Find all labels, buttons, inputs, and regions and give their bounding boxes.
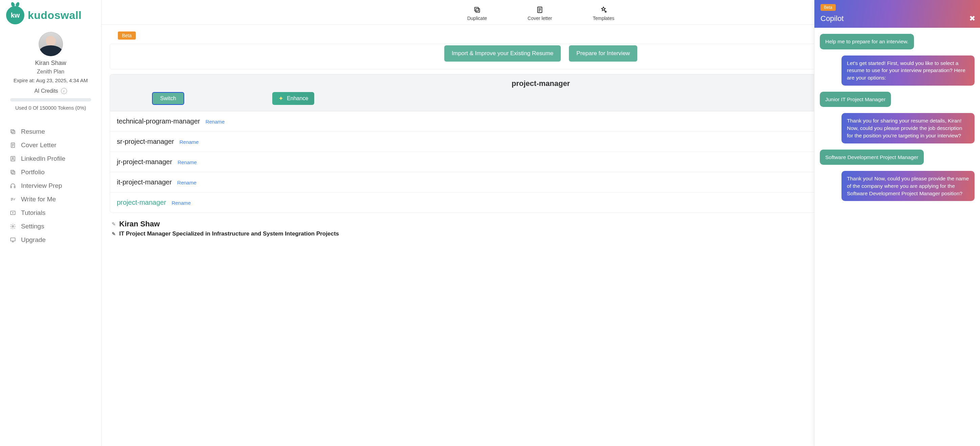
rename-link[interactable]: Rename — [177, 180, 196, 186]
nav-label: Tutorials — [21, 209, 45, 217]
avatar[interactable] — [38, 32, 63, 56]
copilot-title: Copilot — [821, 14, 974, 23]
ai-credits-label: AI Credits — [34, 88, 58, 94]
chat-bot-message: Let's get started! First, would you like… — [842, 56, 975, 86]
chat-user-message: Junior IT Project Manager — [820, 92, 891, 107]
svg-rect-9 — [11, 170, 14, 173]
toolbar-templates[interactable]: Templates — [593, 6, 614, 21]
toolbar-cover-letter[interactable]: Cover letter — [528, 6, 552, 21]
nav-linkedin[interactable]: LinkedIn Profile — [0, 152, 101, 165]
switch-button[interactable]: Switch — [152, 92, 184, 105]
gear-icon — [10, 223, 16, 230]
nav-label: Portfolio — [21, 168, 45, 176]
chat-bot-message: Thank you! Now, could you please provide… — [842, 171, 975, 201]
brand-name: kudoswall — [28, 9, 82, 22]
brand-logo[interactable]: kw kudoswall — [0, 4, 101, 29]
toolbar-label: Cover letter — [528, 16, 552, 21]
nav-resume[interactable]: Resume — [0, 125, 101, 138]
prepare-interview-button[interactable]: Prepare for Interview — [569, 45, 637, 62]
svg-rect-19 — [475, 8, 479, 11]
document-icon — [536, 6, 544, 14]
profile-plan: Zenith Plan — [5, 69, 97, 75]
profile-expire: Expire at: Aug 23, 2025, 4:34 AM — [5, 78, 97, 83]
import-resume-button[interactable]: Import & Improve your Existing Resume — [444, 45, 561, 62]
svg-point-7 — [12, 157, 14, 159]
pencil-icon[interactable]: ✎ — [112, 221, 116, 227]
nav-settings[interactable]: Settings — [0, 220, 101, 233]
profile-name: Kiran Shaw — [5, 60, 97, 67]
toolbar-label: Templates — [593, 16, 614, 21]
svg-rect-10 — [11, 186, 11, 188]
beta-badge: Beta — [118, 32, 136, 40]
svg-rect-15 — [11, 238, 15, 241]
resume-item-name: it-project-manager — [117, 178, 172, 186]
rename-link[interactable]: Rename — [180, 139, 199, 145]
tokens-line: Used 0 Of 150000 Tokens (0%) — [5, 105, 97, 111]
resume-item-name: project-manager — [117, 198, 166, 206]
chat-user-message: Help me to prepare for an interview. — [820, 34, 914, 49]
svg-point-14 — [12, 226, 14, 227]
main: Duplicate Cover letter Templates Beta Im… — [102, 0, 980, 446]
toolbar-label: Duplicate — [467, 16, 487, 21]
resume-item-name: sr-project-manager — [117, 138, 174, 146]
svg-rect-1 — [11, 130, 14, 133]
nav-tutorials[interactable]: Tutorials — [0, 206, 101, 220]
toolbar-duplicate[interactable]: Duplicate — [467, 6, 487, 21]
monitor-icon — [10, 236, 16, 243]
profile-block: Kiran Shaw Zenith Plan Expire at: Aug 23… — [0, 29, 101, 117]
svg-rect-18 — [476, 8, 479, 12]
nav-label: LinkedIn Profile — [21, 155, 65, 162]
sparkle-icon: ✦ — [278, 95, 283, 102]
nav-upgrade[interactable]: Upgrade — [0, 233, 101, 247]
nav-cover-letter[interactable]: Cover Letter — [0, 138, 101, 152]
ai-credits-row: AI Credits i — [5, 88, 97, 94]
play-icon — [10, 210, 16, 216]
templates-icon — [600, 6, 607, 14]
copilot-panel: Beta Copilot ✖ Help me to prepare for an… — [814, 0, 980, 446]
document-icon — [10, 142, 16, 149]
nav: Resume Cover Letter LinkedIn Profile Por… — [0, 125, 101, 247]
sidebar: kw kudoswall Kiran Shaw Zenith Plan Expi… — [0, 0, 102, 446]
resume-item-name: jr-project-manager — [117, 158, 172, 166]
rename-link[interactable]: Rename — [177, 159, 197, 165]
write-icon — [10, 196, 16, 203]
svg-rect-8 — [12, 171, 15, 174]
duplicate-icon — [473, 6, 481, 14]
headset-icon — [10, 183, 16, 189]
nav-write-for-me[interactable]: Write for Me — [0, 192, 101, 206]
nav-label: Upgrade — [21, 236, 46, 244]
enhance-label: Enhance — [287, 95, 308, 102]
rename-link[interactable]: Rename — [172, 200, 191, 206]
nav-label: Resume — [21, 128, 45, 135]
info-icon[interactable]: i — [61, 88, 67, 94]
svg-rect-0 — [12, 131, 15, 134]
chat-bot-message: Thank you for sharing your resume detail… — [842, 113, 975, 143]
rename-link[interactable]: Rename — [205, 119, 225, 125]
resume-item-name: technical-program-manager — [117, 117, 200, 125]
tokens-progress — [10, 98, 91, 102]
profile-icon — [10, 156, 16, 162]
svg-point-24 — [605, 11, 606, 13]
copilot-beta-badge: Beta — [821, 4, 836, 11]
profile-display-name: Kiran Shaw — [119, 220, 160, 229]
copy-icon — [10, 169, 16, 176]
nav-portfolio[interactable]: Portfolio — [0, 165, 101, 179]
nav-label: Write for Me — [21, 195, 56, 203]
copilot-chat[interactable]: Help me to prepare for an interview.Let'… — [815, 28, 980, 446]
nav-label: Settings — [21, 223, 45, 230]
brand-badge: kw — [6, 6, 24, 24]
nav-interview-prep[interactable]: Interview Prep — [0, 179, 101, 192]
svg-rect-11 — [14, 186, 15, 188]
pencil-icon[interactable]: ✎ — [112, 231, 116, 236]
chat-user-message: Software Development Project Manager — [820, 149, 924, 165]
brand-badge-text: kw — [11, 11, 20, 19]
enhance-button[interactable]: ✦ Enhance — [272, 92, 314, 105]
svg-marker-13 — [13, 212, 14, 214]
nav-label: Cover Letter — [21, 141, 57, 149]
profile-subtitle: IT Project Manager Specialized in Infras… — [119, 230, 339, 237]
nav-label: Interview Prep — [21, 182, 62, 189]
copilot-header: Beta Copilot ✖ — [815, 0, 980, 28]
close-icon[interactable]: ✖ — [969, 14, 975, 23]
copy-icon — [10, 128, 16, 135]
